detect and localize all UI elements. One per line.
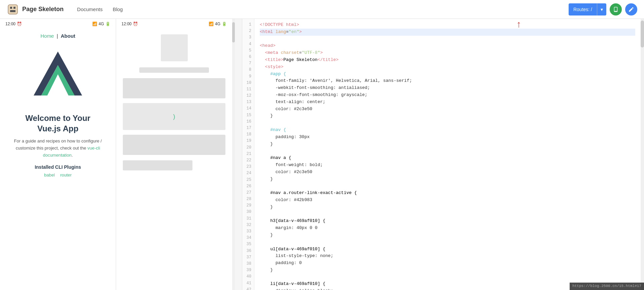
app-icon [7,3,19,15]
time-2: 12:00 [121,22,132,26]
phone-nav-1: Home | About [7,33,109,39]
signal-bars-2: 📶 [209,22,214,26]
skeleton-square [161,34,188,61]
phone-title: Welcome to Your Vue.js App [7,113,109,134]
plugin-router[interactable]: router [60,172,72,178]
preview-panel: 12:00 ⏰ 📶 4G 🔋 Home | About [0,19,242,290]
phone-mockup-2: 12:00 ⏰ 📶 4G 🔋 ) [116,19,232,290]
navbar-actions: Routes: / ▾ [569,3,637,15]
routes-button[interactable]: Routes: / [569,3,597,15]
battery-2: 🔋 [222,22,227,26]
nav-separator: | [57,33,58,39]
plugins-section-title: Installed CLI Plugins [7,164,109,170]
network-1: 4G [99,22,104,26]
phone-description: For a guide and recipes on how to config… [7,138,109,159]
url-bar: https://blog.2500.cn/15.html#17 [570,283,644,290]
network-2: 4G [215,22,220,26]
skeleton-block-3 [123,160,192,170]
svg-point-6 [615,11,616,12]
preview-scrollbar-thumb [232,22,235,42]
phone-plugins: babel router [7,172,109,178]
svg-rect-2 [13,7,15,9]
skeleton-line-1 [139,67,209,73]
app-title: Page Skeleton [22,6,64,13]
phone-mockup-1: 12:00 ⏰ 📶 4G 🔋 Home | About [0,19,116,290]
status-left-1: 12:00 ⏰ [5,22,22,26]
vue-logo [28,45,88,106]
skeleton-spinner: ) [123,103,225,130]
svg-rect-0 [8,5,17,14]
skeleton-block-1 [123,78,225,98]
code-scrollbar-thumb [641,21,644,47]
phone-content-1: Home | About Welcome to Your Vue.js App [0,28,116,290]
main-area: 12:00 ⏰ 📶 4G 🔋 Home | About [0,19,644,290]
svg-rect-3 [10,10,15,12]
line-numbers: 1234567891011121314151617181920212223242… [242,19,254,290]
statusbar-1: 12:00 ⏰ 📶 4G 🔋 [0,19,116,28]
code-inner: 1234567891011121314151617181920212223242… [242,19,644,290]
routes-dropdown-button[interactable]: ▾ [597,3,606,15]
status-left-2: 12:00 ⏰ [121,22,138,26]
nav-blog[interactable]: Blog [113,6,123,12]
code-content: <!DOCTYPE html><html lang="en"> <head> <… [254,19,641,290]
svg-rect-1 [10,7,12,9]
alarm-icon-2: ⏰ [133,22,138,26]
code-scrollbar[interactable] [641,19,644,290]
signal-bars-1: 📶 [92,22,97,26]
nav-home-link[interactable]: Home [40,33,54,39]
navbar: Page Skeleton Documents Blog Routes: / ▾ [0,0,644,19]
navbar-links: Documents Blog [77,6,569,12]
routes-btn-group: Routes: / ▾ [569,3,606,15]
nav-about-link[interactable]: About [61,33,75,39]
skeleton-block-2 [123,135,225,155]
alarm-icon: ⏰ [17,22,22,26]
preview-scrollbar[interactable] [232,19,235,290]
code-panel: 1234567891011121314151617181920212223242… [242,19,644,290]
red-arrow: ↑ [516,20,521,29]
svg-rect-5 [614,7,617,11]
status-right-2: 📶 4G 🔋 [209,22,227,26]
nav-documents[interactable]: Documents [77,6,103,12]
phone-icon-button[interactable] [610,3,622,15]
chevron-down-icon: ▾ [601,7,603,12]
edit-icon-button[interactable] [625,3,637,15]
status-right-1: 📶 4G 🔋 [92,22,110,26]
plugin-babel[interactable]: babel [44,172,55,178]
navbar-logo: Page Skeleton [7,3,64,15]
statusbar-2: 12:00 ⏰ 📶 4G 🔋 [116,19,232,28]
time-1: 12:00 [5,22,15,26]
battery-1: 🔋 [105,22,110,26]
